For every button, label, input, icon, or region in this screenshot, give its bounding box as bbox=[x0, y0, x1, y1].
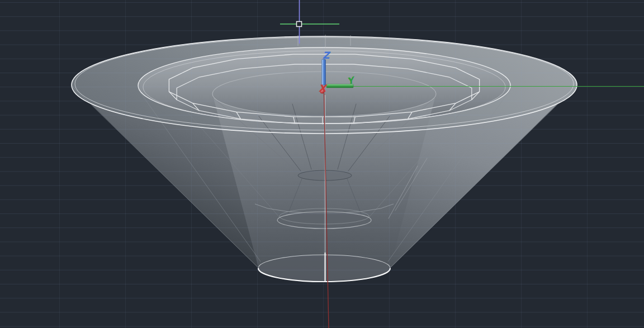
cad-viewport[interactable]: Z Y X bbox=[0, 0, 644, 328]
pickbox bbox=[297, 22, 302, 27]
model-space-canvas[interactable]: Z Y X bbox=[0, 0, 644, 328]
grid-overlay bbox=[0, 0, 644, 328]
ucs-z-axis-bar bbox=[322, 59, 326, 85]
